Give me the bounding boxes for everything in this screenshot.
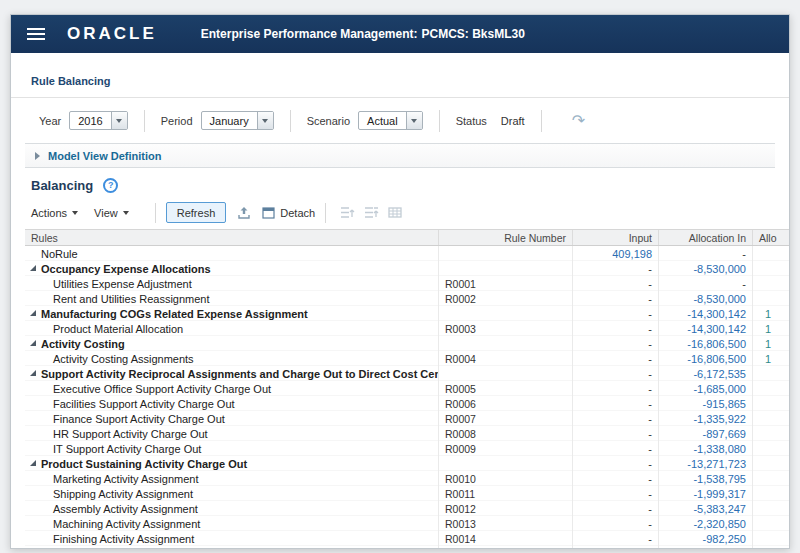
allocation-in-value[interactable]: -1,335,922 [693, 413, 746, 425]
allocation-in-value[interactable]: -5,383,247 [693, 503, 746, 515]
divider [439, 110, 440, 132]
allocation-out-cell [753, 261, 789, 276]
rule-number-cell: R0004 [439, 351, 573, 366]
allocation-in-value[interactable]: -1,047,265 [693, 548, 746, 550]
input-value[interactable]: 409,198 [612, 248, 652, 260]
period-select[interactable]: January [201, 111, 274, 130]
collapse-node-icon[interactable] [30, 265, 36, 271]
allocation-in-value[interactable]: -8,530,000 [693, 293, 746, 305]
period-dropdown-button[interactable] [257, 112, 273, 129]
column-header-input[interactable]: Input [573, 230, 659, 245]
allocation-out-value[interactable]: 1 [765, 323, 771, 335]
table-row[interactable]: Product Sustaining Activity Charge Out--… [25, 456, 789, 471]
year-label: Year [39, 115, 61, 127]
year-select[interactable]: 2016 [69, 111, 127, 130]
rule-name: Occupancy Expense Allocations [41, 263, 211, 275]
table-row[interactable]: Support Activity Reciprocal Assignments … [25, 366, 789, 381]
table-row[interactable]: Activity Costing--16,806,5001 [25, 336, 789, 351]
scenario-dropdown-button[interactable] [406, 112, 422, 129]
input-cell: - [573, 456, 659, 471]
allocation-out-value[interactable]: 1 [765, 353, 771, 365]
input-value: - [648, 338, 652, 350]
table-row[interactable]: Manufacturing COGs Related Expense Assig… [25, 306, 789, 321]
allocation-in-value[interactable]: -14,300,142 [687, 308, 746, 320]
table-row[interactable]: Utilities Expense AdjustmentR0001-- [25, 276, 789, 291]
detach-button[interactable]: Detach [262, 207, 315, 219]
move-to-top-icon[interactable] [340, 206, 355, 219]
allocation-in-value[interactable]: -6,172,535 [693, 368, 746, 380]
allocation-in-value[interactable]: -1,685,000 [693, 383, 746, 395]
rule-number-cell: R0014 [439, 531, 573, 546]
table-row[interactable]: Marketing Activity AssignmentR0010--1,53… [25, 471, 789, 486]
allocation-in-value[interactable]: -1,538,795 [693, 473, 746, 485]
table-row[interactable]: Executive Office Support Activity Charge… [25, 381, 789, 396]
collapse-node-icon[interactable] [30, 310, 36, 316]
allocation-in-value[interactable]: -2,320,850 [693, 518, 746, 530]
status-label: Status [456, 115, 487, 127]
allocation-in-cell: - [659, 276, 753, 291]
allocation-in-value[interactable]: -915,865 [703, 398, 746, 410]
allocation-in-value[interactable]: -982,250 [703, 533, 746, 545]
rule-name: Rent and Utilities Reassignment [53, 293, 210, 305]
table-row[interactable]: Quality Assurance Activity AssignmentR00… [25, 546, 789, 549]
allocation-out-value[interactable]: 1 [765, 338, 771, 350]
allocation-in-value[interactable]: -16,806,500 [687, 353, 746, 365]
collapse-node-icon[interactable] [30, 460, 36, 466]
allocation-out-cell [753, 471, 789, 486]
allocation-out-cell [753, 441, 789, 456]
scenario-select[interactable]: Actual [358, 111, 423, 130]
detach-icon [262, 207, 275, 219]
collapse-node-icon[interactable] [30, 340, 36, 346]
allocation-in-cell: -13,271,723 [659, 456, 753, 471]
expand-panel-icon[interactable] [35, 152, 40, 160]
table-row[interactable]: Shipping Activity AssignmentR0011--1,999… [25, 486, 789, 501]
table-row[interactable]: Product Material AllocationR0003--14,300… [25, 321, 789, 336]
view-menu-label: View [94, 207, 118, 219]
allocation-out-value[interactable]: 1 [765, 308, 771, 320]
allocation-in-value[interactable]: -1,338,080 [693, 443, 746, 455]
collapse-node-icon[interactable] [30, 370, 36, 376]
allocation-in-value[interactable]: -8,530,000 [693, 263, 746, 275]
table-row[interactable]: Occupancy Expense Allocations--8,530,000 [25, 261, 789, 276]
table-row[interactable]: HR Support Activity Charge OutR0008--897… [25, 426, 789, 441]
refresh-pov-icon[interactable]: ↷ [572, 113, 585, 129]
allocation-in-value[interactable]: -897,669 [703, 428, 746, 440]
actions-menu[interactable]: Actions [31, 207, 78, 219]
table-row[interactable]: Machining Activity AssignmentR0013--2,32… [25, 516, 789, 531]
move-up-icon[interactable] [364, 206, 379, 219]
column-header-rules[interactable]: Rules [25, 230, 439, 245]
table-row[interactable]: Activity Costing AssignmentsR0004--16,80… [25, 351, 789, 366]
allocation-in-value[interactable]: -14,300,142 [687, 323, 746, 335]
model-view-definition-label[interactable]: Model View Definition [48, 150, 161, 162]
input-value: - [648, 518, 652, 530]
table-row[interactable]: Facilities Support Activity Charge OutR0… [25, 396, 789, 411]
table-row[interactable]: Finishing Activity AssignmentR0014--982,… [25, 531, 789, 546]
freeze-columns-icon[interactable] [388, 206, 402, 219]
rule-name: Shipping Activity Assignment [53, 488, 193, 500]
column-header-allocation-out[interactable]: Allo [753, 230, 789, 245]
column-header-rule-number[interactable]: Rule Number [439, 230, 573, 245]
allocation-out-value[interactable]: 1 [765, 548, 771, 550]
allocation-in-value[interactable]: -1,999,317 [693, 488, 746, 500]
rule-name: Quality Assurance Activity Assignment [53, 548, 239, 550]
table-row[interactable]: Assembly Activity AssignmentR0012--5,383… [25, 501, 789, 516]
table-row[interactable]: Rent and Utilities ReassignmentR0002--8,… [25, 291, 789, 306]
refresh-button[interactable]: Refresh [166, 202, 227, 223]
table-row[interactable]: Finance Suport Activity Charge OutR0007-… [25, 411, 789, 426]
navigator-menu-icon[interactable] [27, 25, 45, 43]
input-value: - [648, 263, 652, 275]
export-button[interactable] [232, 202, 256, 223]
allocation-in-value[interactable]: -13,271,723 [687, 458, 746, 470]
year-dropdown-button[interactable] [111, 112, 127, 129]
column-header-allocation-in[interactable]: Allocation In [659, 230, 753, 245]
page-title-bar: Rule Balancing [11, 53, 789, 98]
table-row[interactable]: NoRule409,198- [25, 246, 789, 261]
input-cell: - [573, 291, 659, 306]
rule-number-cell: R0005 [439, 381, 573, 396]
view-menu[interactable]: View [94, 207, 129, 219]
allocation-out-cell [753, 276, 789, 291]
help-icon[interactable]: ? [103, 178, 118, 193]
year-value: 2016 [70, 112, 110, 129]
table-row[interactable]: IT Support Activity Charge OutR0009--1,3… [25, 441, 789, 456]
allocation-in-value[interactable]: -16,806,500 [687, 338, 746, 350]
